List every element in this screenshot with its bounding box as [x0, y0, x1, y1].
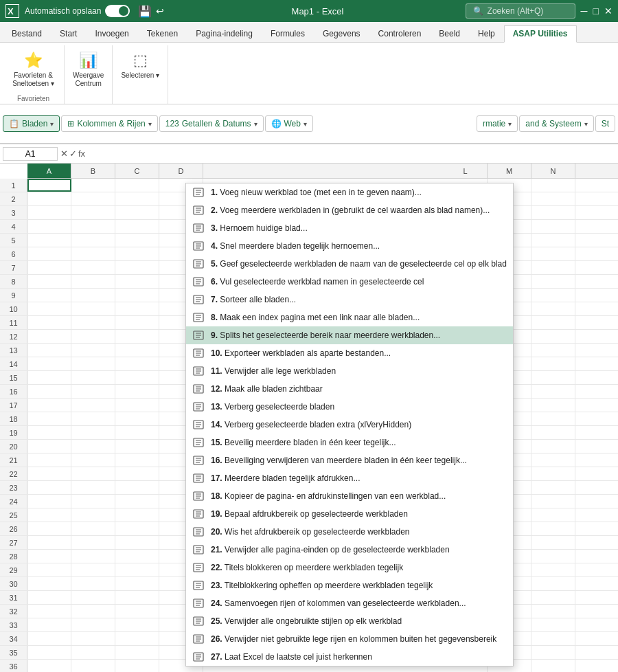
cell[interactable] [115, 426, 159, 439]
menu-item[interactable]: 24. Samenvoegen rijen of kolommen van ge… [186, 594, 513, 612]
cell[interactable] [531, 618, 575, 631]
cell[interactable] [115, 179, 159, 192]
menu-item[interactable]: 22. Titels blokkeren op meerdere werkbla… [186, 559, 513, 576]
cell[interactable] [115, 192, 159, 205]
menu-item[interactable]: 27. Laat Excel de laatste cel juist herk… [186, 648, 513, 666]
selecteren-button[interactable]: ⬚ Selecteren ▾ [118, 48, 162, 81]
cell[interactable] [531, 399, 575, 412]
cell[interactable] [531, 481, 575, 494]
asap-getallen-button[interactable]: 123 Getallen & Datums ▾ [159, 115, 264, 132]
cell[interactable] [115, 467, 159, 480]
cell[interactable] [115, 591, 159, 604]
cell[interactable] [71, 289, 115, 302]
menu-item[interactable]: 14. Verberg geselecteerde bladen extra (… [186, 416, 513, 434]
cell[interactable] [27, 371, 71, 384]
menu-item[interactable]: 12. Maak alle bladen zichtbaar [186, 380, 513, 398]
close-button[interactable]: ✕ [604, 5, 613, 16]
cell[interactable] [115, 412, 159, 425]
cell[interactable] [531, 234, 575, 247]
cell[interactable] [115, 632, 159, 645]
cell[interactable] [71, 371, 115, 384]
cell[interactable] [71, 179, 115, 192]
search-bar[interactable]: 🔍 Zoeken (Alt+Q) [466, 3, 575, 19]
tab-gegevens[interactable]: Gegevens [314, 25, 369, 43]
asap-web-button[interactable]: 🌐 Web ▾ [265, 115, 313, 132]
menu-item[interactable]: 16. Beveiliging verwijderen van meerdere… [186, 451, 513, 469]
cell[interactable] [115, 261, 159, 274]
cell[interactable] [115, 206, 159, 219]
cell[interactable] [115, 316, 159, 329]
checkmark-icon[interactable]: ✕ [60, 148, 68, 159]
cell[interactable] [71, 261, 115, 274]
cell[interactable] [27, 577, 71, 590]
menu-item[interactable]: 8. Maak een index pagina met een link na… [186, 309, 513, 326]
cell[interactable] [115, 371, 159, 384]
cell[interactable] [531, 440, 575, 453]
cell[interactable] [531, 467, 575, 480]
cell[interactable] [531, 179, 575, 192]
cell[interactable] [531, 357, 575, 370]
cell[interactable] [115, 399, 159, 412]
menu-item[interactable]: 3. Hernoem huidige blad... [186, 219, 513, 237]
autosave-switch[interactable] [105, 5, 130, 17]
tab-controleren[interactable]: Controleren [369, 25, 431, 43]
cell[interactable] [71, 426, 115, 439]
cell[interactable] [531, 660, 575, 672]
minimize-button[interactable]: ─ [581, 5, 588, 16]
cell[interactable] [27, 220, 71, 233]
cell[interactable] [115, 481, 159, 494]
cell[interactable] [115, 357, 159, 370]
menu-item[interactable]: 15. Beveilig meerdere bladen in één keer… [186, 434, 513, 451]
cell[interactable] [71, 399, 115, 412]
cell[interactable] [27, 508, 71, 522]
cell[interactable] [27, 591, 71, 604]
cell[interactable] [531, 646, 575, 659]
cell[interactable] [27, 660, 71, 672]
cell[interactable] [71, 632, 115, 645]
menu-item[interactable]: 25. Verwijder alle ongebruikte stijlen o… [186, 612, 513, 630]
cell[interactable] [531, 536, 575, 549]
cell[interactable] [115, 344, 159, 357]
cell[interactable] [71, 467, 115, 480]
tab-pagina-indeling[interactable]: Pagina-indeling [187, 25, 262, 43]
cell[interactable] [115, 550, 159, 563]
cell[interactable] [27, 275, 71, 288]
cell[interactable] [115, 453, 159, 467]
cell[interactable] [27, 234, 71, 247]
asap-kolommen-button[interactable]: ⊞ Kolommen & Rijen ▾ [61, 115, 157, 132]
cross-icon[interactable]: ✓ [69, 148, 77, 159]
cell[interactable] [115, 275, 159, 288]
cell[interactable] [27, 618, 71, 631]
cell[interactable] [27, 605, 71, 618]
formula-input[interactable] [88, 148, 615, 160]
cell[interactable] [531, 605, 575, 618]
cell[interactable] [531, 220, 575, 233]
menu-item[interactable]: 9. Splits het geselecteerde bereik naar … [186, 326, 513, 344]
cell[interactable] [71, 357, 115, 370]
cell[interactable] [531, 289, 575, 302]
asap-band-button[interactable]: and & Systeem ▾ [519, 115, 593, 132]
cell[interactable] [71, 646, 115, 659]
cell[interactable] [71, 206, 115, 219]
cell[interactable] [27, 412, 71, 425]
asap-start-button[interactable]: St [595, 115, 615, 132]
cell[interactable] [531, 495, 575, 508]
cell[interactable] [531, 591, 575, 604]
cell[interactable] [27, 192, 71, 205]
cell[interactable] [27, 467, 71, 480]
menu-item[interactable]: 26. Verwijder niet gebruikte lege rijen … [186, 630, 513, 648]
cell[interactable] [115, 289, 159, 302]
fx-icon[interactable]: fx [78, 148, 85, 159]
menu-item[interactable]: 4. Snel meerdere bladen tegelijk hernoem… [186, 237, 513, 255]
cell[interactable] [115, 234, 159, 247]
cell[interactable] [71, 536, 115, 549]
cell[interactable] [27, 302, 71, 315]
cell[interactable] [115, 605, 159, 618]
cell[interactable] [27, 453, 71, 467]
menu-item[interactable]: 21. Verwijder alle pagina-einden op de g… [186, 541, 513, 559]
menu-item[interactable]: 23. Titelblokkering opheffen op meerdere… [186, 576, 513, 594]
cell[interactable] [27, 179, 71, 192]
cell[interactable] [71, 522, 115, 535]
tab-beeld[interactable]: Beeld [430, 25, 469, 43]
menu-item[interactable]: 11. Verwijder alle lege werkbladen [186, 362, 513, 380]
